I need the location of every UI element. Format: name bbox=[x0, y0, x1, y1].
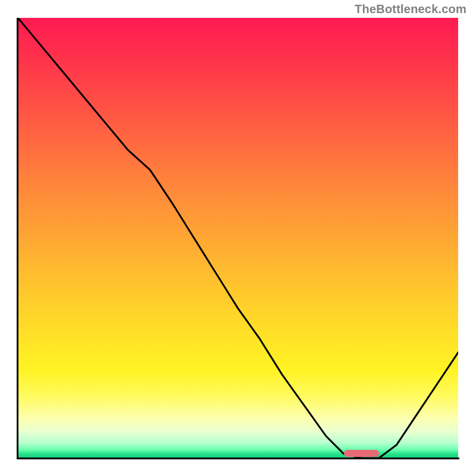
curve-svg bbox=[18, 18, 458, 458]
plot-area bbox=[18, 18, 458, 458]
bottleneck-curve bbox=[18, 18, 458, 458]
chart-container: TheBottleneck.com bbox=[0, 0, 476, 476]
optimal-marker bbox=[344, 450, 379, 457]
watermark-text: TheBottleneck.com bbox=[355, 2, 466, 16]
